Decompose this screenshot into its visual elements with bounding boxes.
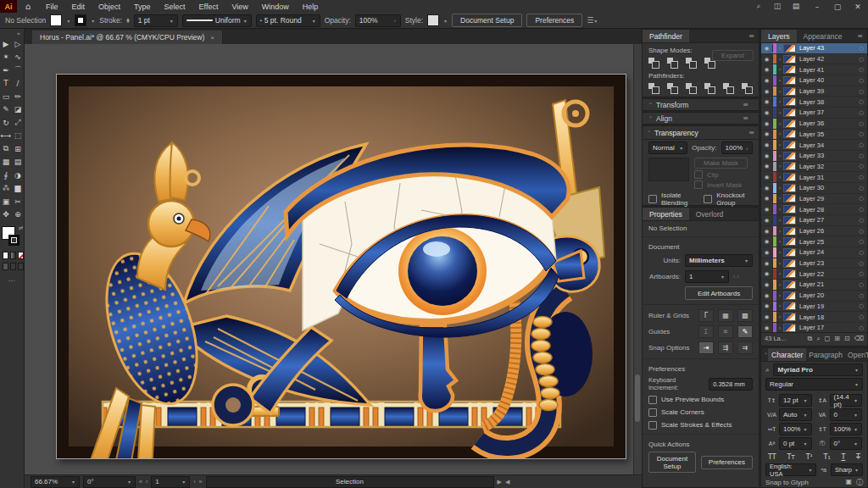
fill-stroke-widget[interactable]: ⇄ [2, 226, 22, 248]
stroke-stepper[interactable]: ▲▼ [126, 18, 129, 24]
menu-object[interactable]: Object [92, 3, 127, 11]
visibility-eye-icon[interactable]: ◉ [761, 260, 773, 267]
zoom-level-field[interactable]: 66.67%▾ [31, 476, 80, 488]
status-back-icon[interactable]: ◀ [505, 479, 509, 485]
crop-icon[interactable] [704, 83, 715, 92]
layer-row[interactable]: ◉›Layer 34○ [761, 140, 867, 151]
target-icon[interactable]: ○ [855, 195, 867, 202]
expand-layer-icon[interactable]: › [776, 163, 783, 169]
knockout-group-checkbox[interactable] [704, 195, 712, 203]
target-icon[interactable]: ○ [855, 185, 867, 191]
layout-icon[interactable]: ◫ [768, 2, 787, 11]
expand-layer-icon[interactable]: › [776, 292, 783, 299]
expand-layer-icon[interactable]: › [776, 77, 783, 84]
font-search-icon[interactable]: ⌕ [765, 366, 769, 374]
layer-row[interactable]: ◉›Layer 43○ [761, 43, 867, 54]
type-tool[interactable]: T [0, 77, 12, 91]
target-icon[interactable]: ○ [855, 206, 867, 213]
outline-icon[interactable] [723, 83, 734, 92]
expand-button[interactable]: Expand [712, 50, 754, 61]
gradient-tool[interactable]: ▤ [12, 156, 24, 169]
blend-tool[interactable]: ◑ [12, 169, 24, 182]
target-icon[interactable]: ○ [855, 281, 867, 288]
align-panel-bar[interactable]: ⌃ Align ≡ [642, 112, 760, 125]
target-icon[interactable]: ○ [855, 217, 867, 224]
tab-layers[interactable]: Layers [761, 30, 797, 42]
prev-artboard-icon[interactable]: ‹ [146, 479, 147, 485]
visibility-eye-icon[interactable]: ◉ [761, 217, 773, 224]
expand-layer-icon[interactable]: › [776, 206, 783, 213]
visibility-eye-icon[interactable]: ◉ [761, 238, 773, 245]
expand-layer-icon[interactable]: › [776, 98, 783, 105]
new-layer-icon[interactable]: ⊡ [844, 335, 850, 343]
tab-properties[interactable]: Properties [643, 208, 689, 220]
transform-menu-icon[interactable]: ≡ [738, 101, 753, 108]
expand-layer-icon[interactable]: › [776, 270, 783, 277]
visibility-eye-icon[interactable]: ◉ [761, 141, 773, 148]
expand-layer-icon[interactable]: › [776, 195, 783, 202]
shape-builder-tool[interactable]: ⧉ [0, 142, 12, 156]
menu-type[interactable]: Type [127, 3, 158, 11]
layer-row[interactable]: ◉›Layer 40○ [761, 75, 867, 86]
layer-row[interactable]: ◉›Layer 37○ [761, 108, 867, 119]
zoom-tool[interactable]: ⊕ [12, 208, 24, 222]
clip-checkbox-label[interactable]: Clip [707, 171, 719, 179]
horizontal-scale-field[interactable]: 100%▾ [779, 423, 812, 435]
locate-object-icon[interactable]: ⌕ [816, 335, 820, 343]
visibility-eye-icon[interactable]: ◉ [761, 292, 773, 299]
screen-mode-button[interactable] [18, 263, 24, 270]
expand-layer-icon[interactable]: › [776, 260, 783, 267]
tab-opentype[interactable]: OpenType [845, 348, 868, 361]
edit-toolbar-icon[interactable]: ⋯ [0, 277, 24, 285]
layer-row[interactable]: ◉›Layer 25○ [761, 236, 867, 247]
variable-width-field[interactable]: Uniform▾ [182, 14, 252, 27]
visibility-eye-icon[interactable]: ◉ [761, 281, 773, 288]
snap-to-grid-icon[interactable]: ⇥ [698, 341, 714, 354]
document-setup-button[interactable]: Document Setup [452, 14, 522, 27]
target-icon[interactable]: ○ [855, 302, 867, 309]
visibility-eye-icon[interactable]: ◉ [761, 109, 773, 116]
expand-layer-icon[interactable]: › [776, 141, 783, 148]
target-icon[interactable]: ○ [855, 152, 867, 159]
visibility-eye-icon[interactable]: ◉ [761, 313, 773, 320]
visibility-eye-icon[interactable]: ◉ [761, 195, 773, 202]
layer-row[interactable]: ◉›Layer 41○ [761, 64, 867, 75]
target-icon[interactable]: ○ [855, 238, 867, 245]
type-style-toggle-4[interactable]: T [841, 453, 845, 461]
quick-document-setup-button[interactable]: Document Setup [648, 452, 696, 473]
visibility-eye-icon[interactable]: ◉ [761, 206, 773, 213]
expand-layer-icon[interactable]: › [776, 109, 783, 116]
layer-row[interactable]: ◉›Layer 33○ [761, 151, 867, 162]
expand-layer-icon[interactable]: › [776, 238, 783, 245]
expand-layer-icon[interactable]: › [776, 88, 783, 95]
direct-selection-tool[interactable]: ▷ [12, 37, 24, 51]
target-icon[interactable]: ○ [855, 324, 867, 331]
gradient-mode-button[interactable] [10, 252, 16, 259]
expand-layer-icon[interactable]: › [776, 281, 783, 288]
target-icon[interactable]: ○ [855, 109, 867, 116]
search-icon[interactable]: ⌕ [749, 2, 768, 11]
target-icon[interactable]: ○ [855, 313, 867, 320]
fill-dropdown-icon[interactable]: ▾ [66, 18, 70, 24]
slice-tool[interactable]: ✂ [12, 195, 24, 208]
transparency-grid-icon[interactable]: ▩ [737, 309, 753, 322]
expand-layer-icon[interactable]: › [776, 174, 783, 180]
transparency-opacity-field[interactable]: 100%› [721, 141, 753, 154]
tab-paragraph[interactable]: Paragraph [806, 348, 845, 361]
layer-row[interactable]: ◉›Layer 19○ [761, 302, 867, 313]
target-icon[interactable]: ○ [855, 270, 867, 277]
tab-pathfinder[interactable]: Pathfinder [643, 30, 689, 42]
minus-back-icon[interactable] [742, 83, 753, 92]
visibility-eye-icon[interactable]: ◉ [761, 98, 773, 105]
expand-layer-icon[interactable]: › [776, 228, 783, 235]
visibility-eye-icon[interactable]: ◉ [761, 45, 773, 52]
style-dropdown-icon[interactable]: ▾ [443, 18, 448, 24]
target-icon[interactable]: ○ [855, 56, 867, 63]
intersect-icon[interactable] [686, 58, 697, 67]
expand-layer-icon[interactable]: › [776, 152, 783, 159]
visibility-eye-icon[interactable]: ◉ [761, 185, 773, 191]
color-mode-button[interactable] [3, 252, 8, 259]
delete-layer-icon[interactable]: ⌫ [854, 335, 864, 343]
visibility-eye-icon[interactable]: ◉ [761, 77, 773, 84]
tab-character[interactable]: Character [768, 348, 806, 361]
